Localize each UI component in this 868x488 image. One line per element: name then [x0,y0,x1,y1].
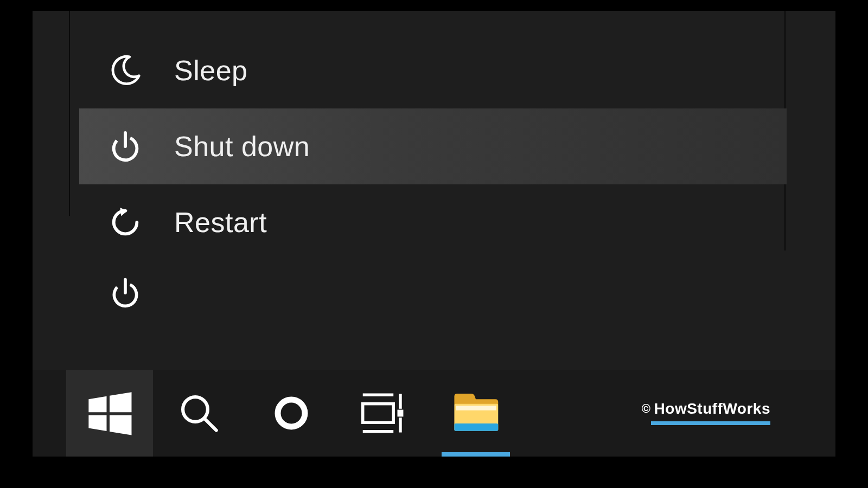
svg-rect-19 [454,423,498,431]
taskbar-search-button[interactable] [153,370,245,457]
svg-point-11 [278,400,305,427]
taskbar-file-explorer-button[interactable] [430,370,522,457]
moon-icon [106,54,144,87]
svg-marker-5 [88,396,106,412]
restart-icon [106,206,144,239]
search-icon [175,389,223,437]
svg-line-10 [205,419,216,431]
power-icon [106,130,144,163]
taskbar-task-view-button[interactable] [337,370,430,457]
svg-marker-8 [110,415,131,435]
power-option-restart[interactable]: Restart [79,184,787,260]
power-option-shutdown[interactable]: Shut down [79,108,787,184]
power-icon [109,277,142,309]
file-explorer-icon [452,393,499,433]
image-attribution: ©HowStuffWorks [642,400,770,418]
copyright-symbol: © [642,402,651,415]
cortana-ring-icon [270,392,312,434]
svg-rect-20 [456,406,496,410]
start-button[interactable] [66,370,153,457]
taskbar-cortana-button[interactable] [245,370,337,457]
taskbar-active-indicator [442,452,510,457]
power-options-menu: Sleep Shut down Restart [79,33,787,260]
windows-start-icon [85,388,135,438]
power-option-label: Restart [174,206,267,239]
svg-marker-6 [110,392,131,412]
desktop-area: Sleep Shut down Restart [33,11,835,457]
start-power-button[interactable] [106,277,144,309]
task-view-icon [359,391,409,435]
power-option-sleep[interactable]: Sleep [79,33,787,108]
svg-marker-7 [88,415,106,431]
svg-rect-17 [398,410,404,417]
attribution-underline [651,421,770,425]
svg-rect-14 [363,404,393,423]
power-option-label: Sleep [174,54,248,87]
attribution-text: HowStuffWorks [654,400,770,417]
panel-edge [69,11,70,216]
power-option-label: Shut down [174,130,310,163]
